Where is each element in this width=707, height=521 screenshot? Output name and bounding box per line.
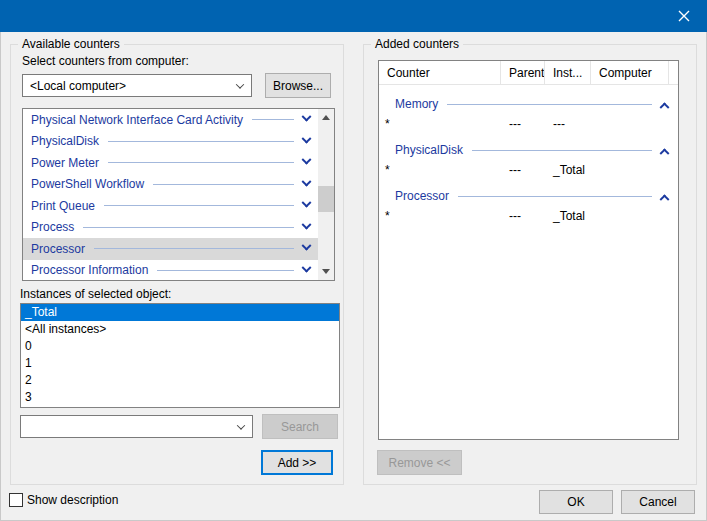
instance-item[interactable]: <All instances> — [21, 321, 339, 338]
dash-line — [108, 141, 294, 142]
group-name: PhysicalDisk — [395, 143, 463, 157]
chevron-down-icon[interactable] — [302, 155, 312, 165]
counter-list-item[interactable]: PhysicalDisk — [23, 131, 318, 153]
added-counter-group-row[interactable]: Processor — [379, 186, 678, 206]
dash-line — [108, 162, 294, 163]
search-button[interactable]: Search — [262, 414, 338, 439]
counter-list-item[interactable]: Process — [23, 217, 318, 239]
chevron-down-icon[interactable] — [302, 176, 312, 186]
dash-line — [157, 270, 294, 271]
dash-line — [153, 184, 294, 185]
group-name: Memory — [395, 97, 438, 111]
dash-line — [252, 119, 294, 120]
cell-parent: --- — [501, 117, 545, 131]
dash-line — [83, 227, 294, 228]
column-header[interactable]: Computer — [591, 61, 669, 84]
remove-button[interactable]: Remove << — [377, 450, 462, 475]
browse-button[interactable]: Browse... — [265, 73, 331, 98]
chevron-down-icon[interactable] — [302, 219, 312, 229]
column-header[interactable]: Inst... — [545, 61, 591, 84]
counter-name: PhysicalDisk — [31, 134, 99, 148]
group-name: Processor — [395, 189, 449, 203]
close-icon — [678, 10, 690, 22]
chevron-up-icon[interactable] — [660, 148, 670, 158]
counter-name: Processor — [31, 242, 85, 256]
counter-list-item[interactable]: Processor Information — [23, 260, 318, 282]
chevron-down-icon[interactable] — [302, 133, 312, 143]
ok-button[interactable]: OK — [539, 490, 613, 514]
column-header[interactable]: Parent — [501, 61, 545, 84]
show-description-checkbox[interactable] — [9, 493, 23, 507]
dash-line — [447, 104, 652, 105]
added-counter-group-row[interactable]: Memory — [379, 94, 678, 114]
chevron-down-icon[interactable] — [229, 75, 251, 96]
scroll-up-icon — [322, 115, 330, 120]
cell-instance: _Total — [545, 163, 591, 177]
chevron-down-icon[interactable] — [302, 112, 312, 122]
instance-item[interactable]: 1 — [21, 355, 339, 372]
added-counter-row[interactable]: *------ — [379, 114, 678, 134]
cell-parent: --- — [501, 209, 545, 223]
titlebar[interactable] — [0, 0, 707, 32]
counter-list-item[interactable]: Print Queue — [23, 195, 318, 217]
instance-item[interactable]: _Total — [21, 304, 339, 321]
counter-list-item[interactable]: PowerShell Workflow — [23, 174, 318, 196]
counters-scrollbar[interactable] — [318, 109, 334, 280]
counter-name: Power Meter — [31, 156, 99, 170]
added-counters-table-body: Memory*------PhysicalDisk*---_TotalProce… — [379, 85, 678, 226]
dash-line — [104, 205, 294, 206]
cell-counter: * — [379, 209, 501, 223]
chevron-down-icon[interactable] — [302, 262, 312, 272]
dash-line — [472, 150, 652, 151]
counter-list-item[interactable]: Power Meter — [23, 152, 318, 174]
cell-counter: * — [379, 163, 501, 177]
scrollbar-thumb[interactable] — [318, 186, 334, 212]
cell-counter: * — [379, 117, 501, 131]
scroll-down-icon — [322, 269, 330, 274]
counter-list-item[interactable]: Physical Network Interface Card Activity — [23, 109, 318, 131]
scroll-down-button[interactable] — [318, 263, 334, 280]
cell-parent: --- — [501, 163, 545, 177]
instances-label: Instances of selected object: — [20, 287, 171, 301]
computer-combobox[interactable]: <Local computer> — [22, 74, 252, 97]
chevron-down-icon[interactable] — [302, 241, 312, 251]
instance-item[interactable]: 3 — [21, 389, 339, 406]
cell-instance: _Total — [545, 209, 591, 223]
cancel-button[interactable]: Cancel — [621, 490, 695, 514]
scroll-up-button[interactable] — [318, 109, 334, 126]
added-counters-table-header: CounterParentInst...Computer — [379, 61, 678, 85]
counter-name: Print Queue — [31, 199, 95, 213]
counter-name: Physical Network Interface Card Activity — [31, 113, 243, 127]
counter-name: Process — [31, 220, 74, 234]
counter-name: Processor Information — [31, 263, 148, 277]
added-counter-row[interactable]: *---_Total — [379, 206, 678, 226]
cell-instance: --- — [545, 117, 591, 131]
computer-combobox-value: <Local computer> — [30, 79, 229, 93]
add-button[interactable]: Add >> — [261, 450, 333, 475]
column-header-filler — [669, 61, 678, 84]
chevron-down-icon[interactable] — [302, 198, 312, 208]
available-counters-label: Available counters — [18, 37, 124, 51]
counter-name: PowerShell Workflow — [31, 177, 144, 191]
select-computer-label: Select counters from computer: — [22, 54, 189, 68]
close-button[interactable] — [661, 0, 707, 32]
added-counters-table[interactable]: CounterParentInst...Computer Memory*----… — [378, 60, 679, 440]
chevron-up-icon[interactable] — [660, 194, 670, 204]
dash-line — [458, 196, 652, 197]
counter-list-item[interactable]: Processor — [23, 238, 318, 260]
add-counters-dialog: Available counters Select counters from … — [0, 0, 707, 521]
search-combobox[interactable] — [20, 415, 253, 438]
instance-item[interactable]: 2 — [21, 372, 339, 389]
added-counters-label: Added counters — [371, 37, 463, 51]
added-counter-group-row[interactable]: PhysicalDisk — [379, 140, 678, 160]
chevron-down-icon[interactable] — [230, 416, 252, 437]
added-counter-row[interactable]: *---_Total — [379, 160, 678, 180]
show-description-label: Show description — [27, 493, 118, 507]
instance-item[interactable]: 0 — [21, 338, 339, 355]
counters-list[interactable]: Physical Network Interface Card Activity… — [22, 108, 335, 281]
column-header[interactable]: Counter — [379, 61, 501, 84]
instances-list[interactable]: _Total<All instances>0123 — [20, 303, 340, 408]
counters-list-rows: Physical Network Interface Card Activity… — [23, 109, 318, 280]
chevron-up-icon[interactable] — [660, 102, 670, 112]
dash-line — [94, 248, 294, 249]
